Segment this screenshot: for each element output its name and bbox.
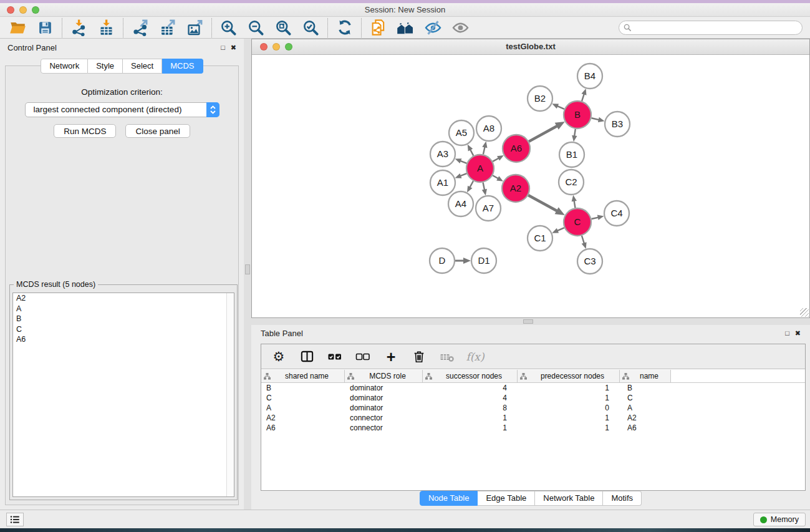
mcds-result-item[interactable]: A6 (13, 334, 234, 345)
graph-node-A5[interactable]: A5 (449, 120, 474, 145)
graph-node-B1[interactable]: B1 (559, 142, 584, 167)
column-header-shared-name[interactable]: shared name (261, 370, 345, 382)
column-panel-icon[interactable] (299, 349, 315, 365)
table-cell[interactable]: 4 (423, 384, 518, 392)
tab-network[interactable]: Network (41, 59, 88, 74)
tab-select[interactable]: Select (123, 59, 162, 74)
table-cell[interactable]: A2 (261, 414, 345, 422)
graph-node-A6[interactable]: A6 (503, 135, 530, 162)
table-row[interactable]: A6connector11A6 (261, 423, 805, 433)
table-cell[interactable]: A (261, 404, 345, 412)
table-cell[interactable]: 1 (518, 414, 620, 422)
show-all-icon[interactable] (451, 19, 470, 37)
table-cell[interactable]: B (620, 384, 671, 392)
graph-edge-A6-B[interactable] (529, 125, 559, 142)
mcds-result-item[interactable]: B (13, 314, 234, 324)
graph-node-A3[interactable]: A3 (430, 142, 455, 167)
table-cell[interactable]: C (620, 394, 671, 402)
graph-node-A7[interactable]: A7 (476, 196, 501, 221)
close-panel-icon[interactable]: ✖ (231, 44, 236, 51)
mcds-result-item[interactable]: A (13, 304, 234, 314)
graph-node-B3[interactable]: B3 (605, 112, 630, 137)
zoom-selected-icon[interactable] (302, 19, 320, 37)
refresh-layout-icon[interactable] (335, 19, 354, 37)
table-cell[interactable]: 1 (423, 414, 518, 422)
network-canvas[interactable]: B4B2BB3A5A8A6A3B1AA1C2A2A4A7C4CC1C3DD1 (252, 56, 809, 317)
tab-network-table[interactable]: Network Table (535, 491, 603, 506)
zoom-in-icon[interactable] (219, 19, 238, 37)
table-cell[interactable]: dominator (345, 384, 423, 392)
table-cell[interactable]: 1 (423, 423, 518, 432)
network-window-titlebar[interactable]: testGlobe.txt (252, 39, 809, 55)
graph-node-B[interactable]: B (564, 101, 591, 128)
delete-table-icon[interactable] (439, 349, 455, 365)
open-session-icon[interactable] (9, 19, 27, 37)
graph-node-A4[interactable]: A4 (448, 191, 473, 216)
tab-node-table[interactable]: Node Table (420, 491, 478, 506)
export-network-icon[interactable] (131, 19, 149, 37)
table-row[interactable]: Bdominator41B (261, 383, 805, 393)
task-history-button[interactable] (6, 513, 24, 526)
column-header-name[interactable]: name (620, 370, 671, 382)
float-panel-icon[interactable]: □ (785, 330, 789, 337)
memory-button[interactable]: Memory (753, 513, 806, 526)
tab-mcds[interactable]: MCDS (162, 59, 203, 74)
table-cell[interactable]: dominator (345, 394, 423, 402)
table-cell[interactable]: 0 (518, 404, 620, 412)
list-scrollbar[interactable] (226, 293, 234, 496)
table-cell[interactable]: A2 (620, 414, 671, 422)
select-all-columns-icon[interactable] (327, 349, 343, 365)
hide-selected-icon[interactable] (424, 19, 442, 37)
zoom-fit-icon[interactable] (274, 19, 292, 37)
graph-node-C[interactable]: C (564, 208, 591, 236)
run-mcds-button[interactable]: Run MCDS (54, 124, 116, 138)
export-image-icon[interactable] (186, 19, 204, 37)
graph-node-C2[interactable]: C2 (559, 170, 584, 195)
horizontal-split-divider[interactable] (251, 318, 810, 325)
table-cell[interactable]: connector (345, 423, 423, 432)
close-panel-icon[interactable]: ✖ (795, 330, 801, 337)
tab-motifs[interactable]: Motifs (603, 491, 642, 506)
graph-node-C1[interactable]: C1 (528, 226, 552, 251)
table-cell[interactable]: B (261, 384, 345, 392)
tab-style[interactable]: Style (88, 59, 123, 74)
table-cell[interactable]: 4 (423, 394, 518, 402)
graph-node-A8[interactable]: A8 (476, 116, 501, 141)
column-header-MCDS-role[interactable]: MCDS role (345, 370, 423, 382)
table-cell[interactable]: A6 (620, 423, 671, 432)
table-cell[interactable]: dominator (345, 404, 423, 412)
graph-node-D[interactable]: D (430, 248, 455, 273)
graph-node-D1[interactable]: D1 (471, 248, 496, 273)
function-builder-icon[interactable]: f(x) (467, 349, 483, 365)
graph-node-C4[interactable]: C4 (604, 201, 629, 226)
table-cell[interactable]: 1 (518, 394, 620, 402)
graph-node-B4[interactable]: B4 (577, 64, 602, 89)
clone-network-icon[interactable] (369, 19, 387, 37)
float-panel-icon[interactable]: □ (221, 44, 225, 51)
unselect-all-columns-icon[interactable] (355, 349, 371, 365)
close-panel-button[interactable]: Close panel (125, 124, 190, 138)
table-cell[interactable]: 1 (518, 384, 620, 392)
save-session-icon[interactable] (36, 19, 54, 37)
table-row[interactable]: A2connector11A2 (261, 413, 805, 423)
search-input[interactable] (619, 21, 803, 35)
zoom-out-icon[interactable] (247, 19, 265, 37)
table-cell[interactable]: A (620, 404, 671, 412)
split-grip[interactable] (523, 319, 533, 324)
table-settings-icon[interactable]: ⚙ (271, 349, 287, 365)
mcds-result-item[interactable]: A2 (13, 293, 234, 304)
table-cell[interactable]: C (261, 394, 345, 402)
table-cell[interactable]: A6 (261, 423, 345, 432)
vertical-split-divider[interactable] (244, 39, 251, 510)
mcds-result-item[interactable]: C (13, 324, 234, 335)
table-cell[interactable]: connector (345, 414, 423, 422)
delete-column-icon[interactable] (411, 349, 427, 365)
table-row[interactable]: Adominator80A (261, 403, 805, 413)
graph-node-A2[interactable]: A2 (502, 175, 529, 202)
graph-node-B2[interactable]: B2 (528, 86, 552, 111)
split-grip[interactable] (245, 264, 250, 274)
graph-node-A[interactable]: A (466, 155, 494, 182)
column-header-predecessor-nodes[interactable]: predecessor nodes (518, 370, 620, 382)
import-network-icon[interactable] (70, 19, 88, 37)
export-table-icon[interactable] (158, 19, 176, 37)
